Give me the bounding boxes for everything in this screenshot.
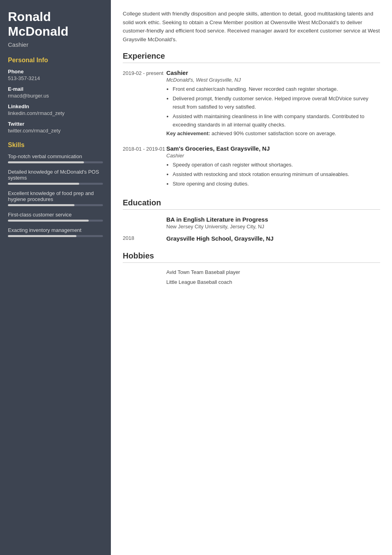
skills-heading: Skills [8,142,103,149]
linkedin-label: LinkedIn [8,103,103,109]
hobby-entry: Avid Town Team Baseball player [123,269,380,278]
experience-bullet: Assisted with maintaining cleanliness in… [173,113,380,129]
candidate-title: Cashier [8,41,103,48]
education-date [123,216,166,230]
personal-info-heading: Personal Info [8,57,103,64]
email-value: rmacd@burger.us [8,93,103,99]
main-content: College student with friendly dispositio… [111,0,392,555]
education-list: BA in English Literature in ProgressNew … [123,216,380,243]
skill-item: Top-notch verbal communication [8,153,103,163]
twitter-label: Twitter [8,121,103,127]
candidate-name: Ronald McDonald [8,10,103,39]
skills-list: Top-notch verbal communicationDetailed k… [8,153,103,237]
experience-entry: 2019-02 - presentCashierMcDonald's, West… [123,69,380,136]
skill-name: Top-notch verbal communication [8,153,103,159]
skill-bar [8,220,103,222]
experience-bullet: Front end cashier/cash handling. Never r… [173,85,380,94]
sidebar: Ronald McDonald Cashier Personal Info Ph… [0,0,111,555]
experience-title: Sam's Groceries, East Graysville, NJ [166,145,380,152]
skill-name: First-class customer service [8,212,103,218]
hobby-entry: Little League Baseball coach [123,279,380,287]
education-school: New Jersey City University, Jersey City,… [166,224,380,230]
phone-value: 513-357-3214 [8,75,103,81]
summary-text: College student with friendly dispositio… [123,10,380,44]
experience-title: Cashier [166,69,380,76]
hobby-spacer [123,269,166,278]
linkedin-value: linkedin.com/rmacd_zety [8,110,103,116]
skill-name: Detailed knowledge of McDonald's POS sys… [8,169,103,181]
experience-bullet: Speedy operation of cash register withou… [173,161,380,169]
experience-section: Experience 2019-02 - presentCashierMcDon… [123,52,380,189]
hobbies-heading: Hobbies [123,251,380,263]
skill-bar [8,161,103,163]
experience-entry: 2018-01 - 2019-01Sam's Groceries, East G… [123,145,380,189]
experience-company: Cashier [166,153,380,159]
education-entry: BA in English Literature in ProgressNew … [123,216,380,230]
experience-date: 2018-01 - 2019-01 [123,145,166,189]
education-date: 2018 [123,235,166,243]
hobby-spacer [123,279,166,287]
skill-bar [8,183,103,185]
key-achievement: Key achievement: achieved 90% customer s… [166,130,380,136]
skill-name: Exacting inventory management [8,227,103,233]
email-label: E-mail [8,86,103,92]
experience-date: 2019-02 - present [123,69,166,136]
skill-item: Exacting inventory management [8,227,103,237]
education-section: Education BA in English Literature in Pr… [123,198,380,243]
experience-list: 2019-02 - presentCashierMcDonald's, West… [123,69,380,189]
skill-name: Excellent knowledge of food prep and hyg… [8,190,103,202]
experience-bullets: Front end cashier/cash handling. Never r… [166,85,380,129]
skills-section: Skills Top-notch verbal communicationDet… [8,142,103,237]
skill-item: Excellent knowledge of food prep and hyg… [8,190,103,206]
education-heading: Education [123,198,380,210]
skill-item: First-class customer service [8,212,103,222]
skill-bar [8,235,103,237]
experience-content: CashierMcDonald's, West Graysville, NJFr… [166,69,380,136]
education-entry: 2018Graysville High School, Graysville, … [123,235,380,243]
experience-bullets: Speedy operation of cash register withou… [166,161,380,188]
experience-bullet: Store opening and closing duties. [173,180,380,188]
phone-label: Phone [8,69,103,75]
skill-item: Detailed knowledge of McDonald's POS sys… [8,169,103,185]
hobby-text: Little League Baseball coach [166,279,232,285]
hobbies-list: Avid Town Team Baseball playerLittle Lea… [123,269,380,287]
experience-heading: Experience [123,52,380,63]
skill-bar [8,204,103,206]
hobby-text: Avid Town Team Baseball player [166,269,240,275]
experience-content: Sam's Groceries, East Graysville, NJCash… [166,145,380,189]
experience-bullet: Delivered prompt, friendly customer serv… [173,95,380,111]
hobbies-section: Hobbies Avid Town Team Baseball playerLi… [123,251,380,287]
education-degree: Graysville High School, Graysville, NJ [166,235,380,242]
experience-company: McDonald's, West Graysville, NJ [166,77,380,83]
education-degree: BA in English Literature in Progress [166,216,380,223]
experience-bullet: Assisted with restocking and stock rotat… [173,170,380,179]
twitter-value: twitter.com/rmacd_zety [8,128,103,134]
education-content: Graysville High School, Graysville, NJ [166,235,380,243]
education-content: BA in English Literature in ProgressNew … [166,216,380,230]
